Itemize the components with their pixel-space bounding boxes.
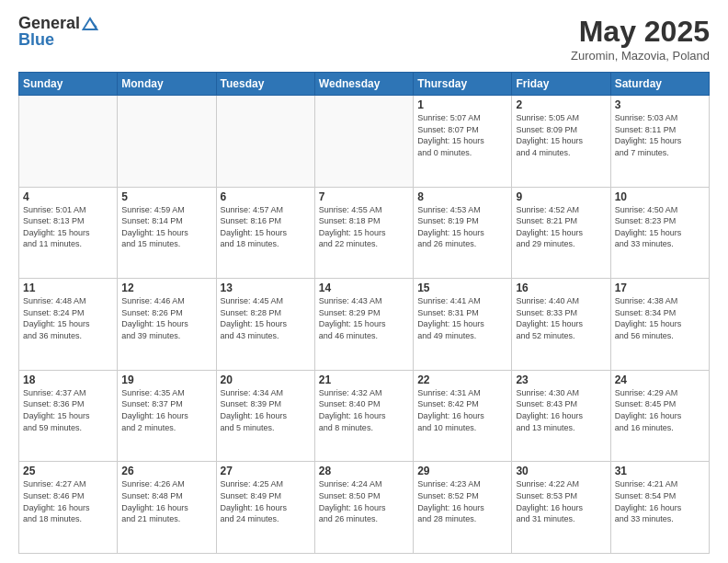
day-number: 6: [221, 190, 311, 203]
calendar-cell: 15Sunrise: 4:41 AM Sunset: 8:31 PM Dayli…: [414, 279, 512, 371]
day-number: 5: [121, 190, 211, 203]
calendar-cell: 14Sunrise: 4:43 AM Sunset: 8:29 PM Dayli…: [314, 279, 413, 371]
day-number: 11: [23, 282, 113, 294]
month-title: May 2025: [571, 15, 710, 49]
calendar-cell: 23Sunrise: 4:30 AM Sunset: 8:43 PM Dayli…: [512, 370, 610, 462]
day-number: 19: [121, 373, 211, 386]
logo-blue-text: Blue: [18, 31, 54, 50]
day-info: Sunrise: 5:01 AM Sunset: 8:13 PM Dayligh…: [23, 204, 113, 250]
page: General Blue May 2025 Zuromin, Mazovia, …: [0, 0, 728, 563]
calendar-week-row: 18Sunrise: 4:37 AM Sunset: 8:36 PM Dayli…: [19, 370, 710, 462]
day-info: Sunrise: 4:29 AM Sunset: 8:45 PM Dayligh…: [615, 387, 705, 433]
header: General Blue May 2025 Zuromin, Mazovia, …: [18, 15, 710, 63]
day-number: 21: [319, 373, 409, 386]
day-info: Sunrise: 5:05 AM Sunset: 8:09 PM Dayligh…: [516, 112, 606, 158]
day-info: Sunrise: 5:03 AM Sunset: 8:11 PM Dayligh…: [615, 112, 705, 158]
calendar-cell: 3Sunrise: 5:03 AM Sunset: 8:11 PM Daylig…: [610, 96, 709, 188]
day-info: Sunrise: 4:40 AM Sunset: 8:33 PM Dayligh…: [516, 295, 606, 341]
day-header-tuesday: Tuesday: [216, 73, 314, 96]
day-info: Sunrise: 5:07 AM Sunset: 8:07 PM Dayligh…: [417, 112, 507, 158]
calendar-cell: [118, 96, 216, 188]
day-number: 26: [121, 465, 211, 477]
day-number: 15: [417, 282, 507, 294]
day-number: 16: [516, 282, 606, 294]
calendar-cell: 13Sunrise: 4:45 AM Sunset: 8:28 PM Dayli…: [216, 279, 314, 371]
day-info: Sunrise: 4:43 AM Sunset: 8:29 PM Dayligh…: [319, 295, 409, 341]
day-number: 17: [615, 282, 705, 294]
day-info: Sunrise: 4:32 AM Sunset: 8:40 PM Dayligh…: [319, 387, 409, 433]
calendar-cell: 29Sunrise: 4:23 AM Sunset: 8:52 PM Dayli…: [414, 462, 512, 554]
calendar-cell: 17Sunrise: 4:38 AM Sunset: 8:34 PM Dayli…: [610, 279, 709, 371]
day-info: Sunrise: 4:37 AM Sunset: 8:36 PM Dayligh…: [23, 387, 113, 433]
day-header-sunday: Sunday: [19, 73, 118, 96]
calendar-cell: 22Sunrise: 4:31 AM Sunset: 8:42 PM Dayli…: [414, 370, 512, 462]
calendar-cell: 28Sunrise: 4:24 AM Sunset: 8:50 PM Dayli…: [314, 462, 413, 554]
calendar-cell: 7Sunrise: 4:55 AM Sunset: 8:18 PM Daylig…: [314, 187, 413, 279]
calendar-cell: 31Sunrise: 4:21 AM Sunset: 8:54 PM Dayli…: [610, 462, 709, 554]
calendar-cell: [314, 96, 413, 188]
day-header-thursday: Thursday: [414, 73, 512, 96]
day-number: 20: [221, 373, 311, 386]
day-number: 23: [516, 373, 606, 386]
day-number: 28: [319, 465, 409, 477]
calendar-cell: 24Sunrise: 4:29 AM Sunset: 8:45 PM Dayli…: [610, 370, 709, 462]
day-info: Sunrise: 4:38 AM Sunset: 8:34 PM Dayligh…: [615, 295, 705, 341]
calendar-cell: 16Sunrise: 4:40 AM Sunset: 8:33 PM Dayli…: [512, 279, 610, 371]
day-info: Sunrise: 4:52 AM Sunset: 8:21 PM Dayligh…: [516, 204, 606, 250]
calendar-cell: 4Sunrise: 5:01 AM Sunset: 8:13 PM Daylig…: [19, 187, 118, 279]
calendar-cell: 21Sunrise: 4:32 AM Sunset: 8:40 PM Dayli…: [314, 370, 413, 462]
calendar-cell: 10Sunrise: 4:50 AM Sunset: 8:23 PM Dayli…: [610, 187, 709, 279]
calendar-cell: 30Sunrise: 4:22 AM Sunset: 8:53 PM Dayli…: [512, 462, 610, 554]
day-number: 12: [121, 282, 211, 294]
day-info: Sunrise: 4:26 AM Sunset: 8:48 PM Dayligh…: [121, 478, 211, 524]
day-info: Sunrise: 4:35 AM Sunset: 8:37 PM Dayligh…: [121, 387, 211, 433]
day-number: 7: [319, 190, 409, 203]
day-info: Sunrise: 4:55 AM Sunset: 8:18 PM Dayligh…: [319, 204, 409, 250]
day-number: 18: [23, 373, 113, 386]
day-number: 10: [615, 190, 705, 203]
calendar-cell: 6Sunrise: 4:57 AM Sunset: 8:16 PM Daylig…: [216, 187, 314, 279]
day-info: Sunrise: 4:31 AM Sunset: 8:42 PM Dayligh…: [417, 387, 507, 433]
day-info: Sunrise: 4:30 AM Sunset: 8:43 PM Dayligh…: [516, 387, 606, 433]
location: Zuromin, Mazovia, Poland: [571, 49, 710, 63]
calendar-week-row: 11Sunrise: 4:48 AM Sunset: 8:24 PM Dayli…: [19, 279, 710, 371]
day-info: Sunrise: 4:50 AM Sunset: 8:23 PM Dayligh…: [615, 204, 705, 250]
calendar-cell: 2Sunrise: 5:05 AM Sunset: 8:09 PM Daylig…: [512, 96, 610, 188]
calendar-cell: 9Sunrise: 4:52 AM Sunset: 8:21 PM Daylig…: [512, 187, 610, 279]
calendar-cell: 11Sunrise: 4:48 AM Sunset: 8:24 PM Dayli…: [19, 279, 118, 371]
calendar-cell: 20Sunrise: 4:34 AM Sunset: 8:39 PM Dayli…: [216, 370, 314, 462]
day-header-friday: Friday: [512, 73, 610, 96]
day-number: 14: [319, 282, 409, 294]
day-header-wednesday: Wednesday: [314, 73, 413, 96]
day-header-saturday: Saturday: [610, 73, 709, 96]
calendar-week-row: 4Sunrise: 5:01 AM Sunset: 8:13 PM Daylig…: [19, 187, 710, 279]
day-number: 8: [417, 190, 507, 203]
day-info: Sunrise: 4:34 AM Sunset: 8:39 PM Dayligh…: [221, 387, 311, 433]
logo: General Blue: [18, 15, 98, 50]
calendar: SundayMondayTuesdayWednesdayThursdayFrid…: [18, 72, 710, 554]
calendar-cell: 8Sunrise: 4:53 AM Sunset: 8:19 PM Daylig…: [414, 187, 512, 279]
calendar-cell: 18Sunrise: 4:37 AM Sunset: 8:36 PM Dayli…: [19, 370, 118, 462]
day-number: 4: [23, 190, 113, 203]
day-number: 13: [221, 282, 311, 294]
day-number: 2: [516, 98, 606, 111]
calendar-cell: 26Sunrise: 4:26 AM Sunset: 8:48 PM Dayli…: [118, 462, 216, 554]
calendar-cell: 25Sunrise: 4:27 AM Sunset: 8:46 PM Dayli…: [19, 462, 118, 554]
day-number: 27: [221, 465, 311, 477]
calendar-week-row: 1Sunrise: 5:07 AM Sunset: 8:07 PM Daylig…: [19, 96, 710, 188]
day-info: Sunrise: 4:57 AM Sunset: 8:16 PM Dayligh…: [221, 204, 311, 250]
day-number: 9: [516, 190, 606, 203]
day-info: Sunrise: 4:45 AM Sunset: 8:28 PM Dayligh…: [221, 295, 311, 341]
day-number: 24: [615, 373, 705, 386]
calendar-cell: [216, 96, 314, 188]
calendar-header-row: SundayMondayTuesdayWednesdayThursdayFrid…: [19, 73, 710, 96]
day-info: Sunrise: 4:59 AM Sunset: 8:14 PM Dayligh…: [121, 204, 211, 250]
calendar-cell: 12Sunrise: 4:46 AM Sunset: 8:26 PM Dayli…: [118, 279, 216, 371]
day-info: Sunrise: 4:27 AM Sunset: 8:46 PM Dayligh…: [23, 478, 113, 524]
calendar-week-row: 25Sunrise: 4:27 AM Sunset: 8:46 PM Dayli…: [19, 462, 710, 554]
svg-marker-1: [90, 20, 97, 29]
calendar-cell: 19Sunrise: 4:35 AM Sunset: 8:37 PM Dayli…: [118, 370, 216, 462]
day-info: Sunrise: 4:24 AM Sunset: 8:50 PM Dayligh…: [319, 478, 409, 524]
day-number: 30: [516, 465, 606, 477]
day-number: 31: [615, 465, 705, 477]
